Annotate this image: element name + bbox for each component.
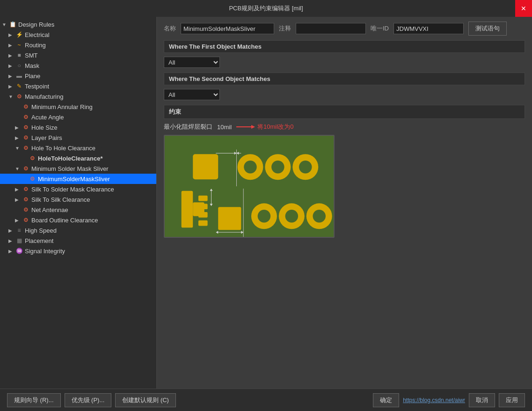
- annotation-text: 将10mil改为0: [257, 123, 293, 131]
- main-content: ▼📋Design Rules▶⚡Electrical▶~Routing▶■SMT…: [0, 17, 532, 389]
- tree-icon-silk-to-silk-clearance: ⚙: [22, 196, 30, 203]
- confirm-button[interactable]: 确定: [373, 393, 399, 407]
- tree-item-net-antennae[interactable]: ⚙Net Antennae: [0, 205, 156, 215]
- comment-label: 注释: [279, 24, 291, 33]
- tree-icon-board-outline-clearance: ⚙: [22, 217, 30, 223]
- close-icon: ✕: [521, 5, 526, 12]
- tree-item-silk-to-silk-clearance[interactable]: ▶⚙Silk To Silk Clearance: [0, 194, 156, 205]
- tree-icon-testpoint: ✎: [15, 83, 23, 89]
- tree-item-placement[interactable]: ▶▦Placement: [0, 235, 156, 246]
- tree-item-testpoint[interactable]: ▶✎Testpoint: [0, 81, 156, 91]
- tree-icon-placement: ▦: [15, 237, 23, 244]
- tree-item-plane[interactable]: ▶▬Plane: [0, 71, 156, 81]
- tree-item-acute-angle[interactable]: ⚙Acute Angle: [0, 112, 156, 122]
- tree-label-signal-integrity: Signal Integrity: [25, 248, 65, 255]
- bottom-left-buttons: 规则向导 (R)... 优先级 (P)... 创建默认规则 (C): [7, 393, 176, 407]
- tree-item-min-solder-mask-sliver-rule[interactable]: ⚙MinimumSolderMaskSliver: [0, 174, 156, 184]
- close-button[interactable]: ✕: [515, 0, 532, 17]
- tree-icon-high-speed: ≡: [15, 227, 23, 234]
- tree-icon-design-rules: 📋: [8, 21, 17, 28]
- tree-icon-hole-to-hole-clearance-rule: ⚙: [28, 155, 36, 161]
- tree-label-manufacturing: Manufacturing: [25, 93, 63, 100]
- priority-button[interactable]: 优先级 (P)...: [65, 393, 112, 407]
- svg-point-34: [313, 210, 325, 222]
- title-text: PCB规则及约束编辑器 [mil]: [229, 4, 303, 13]
- comment-input[interactable]: [296, 23, 366, 34]
- tree-arrow-board-outline-clearance: ▶: [15, 218, 22, 223]
- constraint-row: 最小化阻焊层裂口 10mil 将10mil改为0: [164, 123, 525, 131]
- create-default-button[interactable]: 创建默认规则 (C): [115, 393, 176, 407]
- rule-wizard-button[interactable]: 规则向导 (R)...: [7, 393, 61, 407]
- cancel-button[interactable]: 取消: [469, 393, 495, 407]
- tree-arrow-hole-size: ▶: [15, 125, 22, 130]
- tree-label-min-solder-mask-sliver: Minimum Solder Mask Sliver: [31, 165, 109, 172]
- tree-arrow-mask: ▶: [8, 63, 15, 68]
- tree-icon-routing: ~: [15, 42, 23, 48]
- first-match-row: All: [164, 57, 525, 68]
- tree-icon-hole-size: ⚙: [22, 124, 30, 131]
- first-match-select[interactable]: All: [164, 57, 220, 68]
- name-input[interactable]: [181, 23, 274, 34]
- tree-item-layer-pairs[interactable]: ▶⚙Layer Pairs: [0, 132, 156, 143]
- tree-item-smt[interactable]: ▶■SMT: [0, 50, 156, 60]
- second-match-select[interactable]: All: [164, 89, 220, 100]
- right-panel: 名称 注释 唯一ID 测试语句 Where The First Object M…: [157, 17, 532, 389]
- svg-rect-19: [198, 212, 208, 218]
- svg-rect-15: [182, 191, 193, 228]
- tree-label-design-rules: Design Rules: [18, 21, 54, 28]
- tree-label-placement: Placement: [25, 237, 53, 244]
- url-link[interactable]: https://blog.csdn.net/aiwr: [403, 397, 465, 404]
- tree-icon-silk-to-solder-mask-clearance: ⚙: [22, 186, 30, 192]
- tree-icon-mask: ○: [15, 62, 23, 69]
- tree-label-electrical: Electrical: [25, 31, 50, 38]
- tree-item-min-solder-mask-sliver[interactable]: ▼⚙Minimum Solder Mask Sliver: [0, 163, 156, 174]
- svg-point-5: [244, 161, 256, 173]
- tree-icon-manufacturing: ⚙: [15, 93, 23, 100]
- tree-item-board-outline-clearance[interactable]: ▶⚙Board Outline Clearance: [0, 215, 156, 225]
- constraint-label: 最小化阻焊层裂口: [164, 123, 212, 131]
- svg-marker-1: [251, 125, 255, 129]
- unique-id-input[interactable]: [394, 23, 464, 34]
- tree-label-silk-to-silk-clearance: Silk To Silk Clearance: [31, 196, 90, 203]
- tree-label-min-solder-mask-sliver-rule: MinimumSolderMaskSliver: [38, 176, 110, 183]
- tree-arrow-placement: ▶: [8, 238, 15, 243]
- svg-rect-21: [218, 207, 241, 230]
- first-match-header: Where The First Object Matches: [164, 40, 525, 53]
- tree-arrow-silk-to-solder-mask-clearance: ▶: [15, 187, 22, 192]
- tree-item-design-rules[interactable]: ▼📋Design Rules: [0, 19, 156, 29]
- tree-icon-electrical: ⚡: [15, 31, 23, 38]
- svg-point-32: [285, 210, 298, 222]
- test-expr-button[interactable]: 测试语句: [468, 22, 507, 36]
- tree-icon-acute-angle: ⚙: [22, 114, 30, 120]
- tree-item-high-speed[interactable]: ▶≡High Speed: [0, 225, 156, 235]
- tree-label-board-outline-clearance: Board Outline Clearance: [31, 217, 98, 224]
- tree-icon-hole-to-hole-clearance: ⚙: [22, 145, 30, 151]
- tree-item-hole-to-hole-clearance-rule[interactable]: ⚙HoleToHoleClearance*: [0, 153, 156, 163]
- tree-arrow-plane: ▶: [8, 73, 15, 79]
- tree-item-min-annular-ring[interactable]: ⚙Minimum Annular Ring: [0, 102, 156, 112]
- tree-item-manufacturing[interactable]: ▼⚙Manufacturing: [0, 91, 156, 102]
- tree-icon-layer-pairs: ⚙: [22, 134, 30, 141]
- tree-label-min-annular-ring: Minimum Annular Ring: [31, 103, 93, 110]
- tree-label-net-antennae: Net Antennae: [31, 206, 68, 213]
- tree-icon-min-annular-ring: ⚙: [22, 103, 30, 110]
- tree-item-signal-integrity[interactable]: ▶♒Signal Integrity: [0, 246, 156, 256]
- tree-item-hole-size[interactable]: ▶⚙Hole Size: [0, 122, 156, 132]
- bottom-bar: 规则向导 (R)... 优先级 (P)... 创建默认规则 (C) 确定 htt…: [0, 389, 532, 411]
- tree-item-electrical[interactable]: ▶⚡Electrical: [0, 29, 156, 40]
- svg-point-7: [271, 161, 284, 173]
- title-bar: PCB规则及约束编辑器 [mil] ✕: [0, 0, 532, 17]
- tree-arrow-routing: ▶: [8, 43, 15, 48]
- tree-arrow-electrical: ▶: [8, 32, 15, 37]
- tree-item-silk-to-solder-mask-clearance[interactable]: ▶⚙Silk To Solder Mask Clearance: [0, 184, 156, 194]
- tree-item-hole-to-hole-clearance[interactable]: ▼⚙Hole To Hole Clearance: [0, 143, 156, 153]
- svg-point-9: [299, 161, 312, 173]
- arrow-icon: [236, 124, 255, 130]
- tree-arrow-high-speed: ▶: [8, 228, 15, 233]
- tree-label-hole-size: Hole Size: [31, 124, 58, 131]
- tree-item-routing[interactable]: ▶~Routing: [0, 40, 156, 50]
- apply-button[interactable]: 应用: [499, 393, 525, 407]
- tree-arrow-design-rules: ▼: [2, 22, 8, 27]
- pcb-preview: [164, 135, 335, 238]
- tree-item-mask[interactable]: ▶○Mask: [0, 60, 156, 71]
